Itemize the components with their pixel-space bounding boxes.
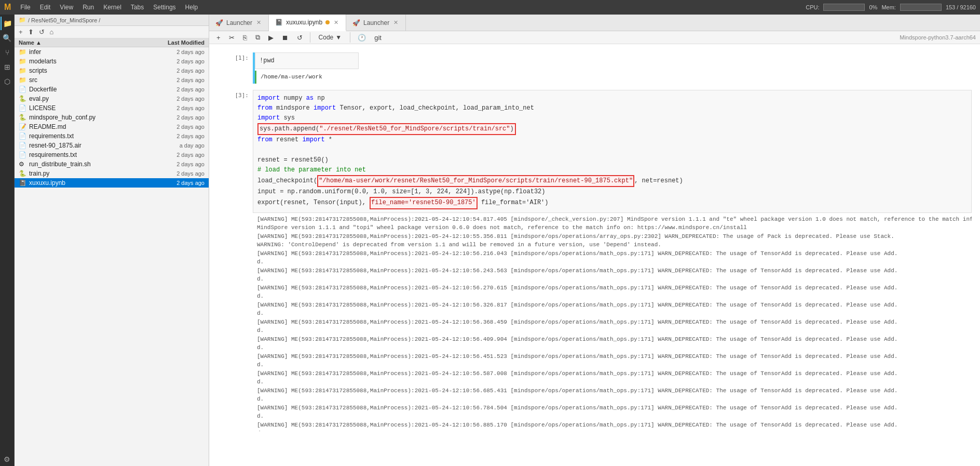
file-type-icon: 📝 bbox=[19, 123, 27, 130]
launcher-1-label: Launcher bbox=[226, 19, 252, 26]
folder-icon: 📁 bbox=[19, 17, 26, 23]
file-panel: 📁 / ResNet50_for_MindSpore / + ⬆ ↺ ⌂ Nam… bbox=[15, 15, 209, 466]
file-type-icon: 📄 bbox=[19, 86, 27, 93]
sidebar-icon-debug[interactable]: ⬡ bbox=[1, 75, 14, 88]
file-name: LICENSE bbox=[29, 104, 153, 112]
home-button[interactable]: ⌂ bbox=[48, 27, 56, 37]
file-item[interactable]: 📄 Dockerfile 2 days ago bbox=[15, 85, 209, 94]
file-modified: 2 days ago bbox=[153, 49, 205, 55]
new-folder-button[interactable]: + bbox=[17, 27, 25, 37]
cell-2-input[interactable]: import numpy as np from mindspore import… bbox=[253, 90, 972, 213]
file-item[interactable]: 📄 resnet-90_1875.air a day ago bbox=[15, 141, 209, 150]
col-modified-header: Last Modified bbox=[153, 39, 205, 46]
file-type-icon: 📁 bbox=[19, 58, 27, 65]
file-type-icon: 📁 bbox=[19, 48, 27, 56]
file-name: train.py bbox=[29, 170, 153, 177]
file-modified: 2 days ago bbox=[153, 96, 205, 102]
sidebar-icon-search[interactable]: 🔍 bbox=[1, 31, 14, 45]
cell-1-input[interactable]: !pwd bbox=[255, 52, 359, 69]
file-modified: 2 days ago bbox=[153, 114, 205, 121]
file-item[interactable]: 📄 resquirements.txt 2 days ago bbox=[15, 150, 209, 159]
tab-launcher-2-close[interactable]: ✕ bbox=[392, 19, 399, 26]
file-item[interactable]: 📄 requirements.txt 2 days ago bbox=[15, 131, 209, 141]
cell-2-gutter: [3]: bbox=[217, 90, 249, 431]
tab-launcher-2[interactable]: 🚀 Launcher ✕ bbox=[346, 15, 406, 31]
breadcrumb-path[interactable]: / ResNet50_for_MindSpore / bbox=[28, 17, 100, 23]
file-name: xuxuxu.ipynb bbox=[29, 179, 153, 187]
file-type-icon: 📄 bbox=[19, 104, 27, 112]
file-item[interactable]: ⚙ run_distribute_train.sh 2 days ago bbox=[15, 159, 209, 169]
resource-info: CPU: 0% Mem: 153 / 92160 bbox=[806, 4, 976, 11]
file-modified: a day ago bbox=[153, 142, 205, 149]
cell-2-index: [3]: bbox=[235, 92, 249, 99]
file-item[interactable]: 📝 README.md 2 days ago bbox=[15, 122, 209, 131]
sidebar-icon-extensions[interactable]: ⊞ bbox=[1, 60, 14, 74]
tab-notebook-close[interactable]: ✕ bbox=[333, 19, 339, 26]
file-modified: 2 days ago bbox=[153, 77, 205, 83]
file-item[interactable]: 📓 xuxuxu.ipynb 2 days ago bbox=[15, 178, 209, 188]
menu-view[interactable]: View bbox=[56, 3, 77, 12]
cell-type-dropdown[interactable]: Code ▼ bbox=[315, 33, 346, 42]
file-modified: 2 days ago bbox=[153, 161, 205, 167]
add-cell-button[interactable]: + bbox=[213, 33, 224, 43]
copy-button[interactable]: ⎘ bbox=[240, 33, 250, 43]
upload-button[interactable]: ⬆ bbox=[26, 27, 36, 37]
file-item[interactable]: 📁 scripts 2 days ago bbox=[15, 66, 209, 75]
kernel-info: Mindspore-python3.7-aarch64 bbox=[900, 34, 976, 41]
git-tb-button[interactable]: git bbox=[371, 33, 385, 43]
file-modified: 2 days ago bbox=[153, 133, 205, 139]
file-name: resnet-90_1875.air bbox=[29, 142, 153, 149]
sidebar-icon-git[interactable]: ⑂ bbox=[1, 46, 14, 59]
file-modified: 2 days ago bbox=[153, 170, 205, 177]
file-list: 📁 infer 2 days ago 📁 modelarts 2 days ag… bbox=[15, 47, 209, 466]
notebook-tab-label: xuxuxu.ipynb bbox=[286, 19, 322, 26]
notebook-area: 🚀 Launcher ✕ 📓 xuxuxu.ipynb ✕ 🚀 Launcher… bbox=[209, 15, 980, 466]
clock-button[interactable]: 🕐 bbox=[355, 33, 369, 43]
file-item[interactable]: 🐍 mindspore_hub_conf.py 2 days ago bbox=[15, 113, 209, 122]
restart-button[interactable]: ↺ bbox=[294, 33, 306, 43]
file-list-header: Name ▲ Last Modified bbox=[15, 38, 209, 47]
run-button[interactable]: ▶ bbox=[265, 33, 277, 43]
menu-run[interactable]: Run bbox=[78, 3, 98, 12]
cell-2: [3]: import numpy as np from mindspore i… bbox=[217, 90, 972, 431]
launcher-2-label: Launcher bbox=[363, 19, 389, 26]
toolbar-separator-2 bbox=[350, 32, 350, 43]
file-item[interactable]: 📄 LICENSE 2 days ago bbox=[15, 103, 209, 113]
cell-1-output: /home/ma-user/work bbox=[255, 71, 972, 84]
cell-1-index: [1]: bbox=[235, 55, 249, 61]
file-item[interactable]: 🐍 train.py 2 days ago bbox=[15, 169, 209, 178]
file-item[interactable]: 📁 modelarts 2 days ago bbox=[15, 57, 209, 66]
cell-1: [1]: !pwd /home/ma-user/work bbox=[217, 52, 972, 84]
menu-edit[interactable]: Edit bbox=[36, 3, 55, 12]
file-name: eval.py bbox=[29, 95, 153, 102]
stop-button[interactable]: ⏹ bbox=[279, 33, 292, 43]
menu-kernel[interactable]: Kernel bbox=[99, 3, 126, 12]
sidebar-icon-folder[interactable]: 📁 bbox=[1, 17, 14, 30]
file-name: requirements.txt bbox=[29, 132, 153, 140]
sidebar-icon-settings[interactable]: ⚙ bbox=[1, 452, 14, 466]
tab-launcher-1-close[interactable]: ✕ bbox=[255, 19, 262, 26]
menu-help[interactable]: Help bbox=[181, 3, 202, 12]
menu-settings[interactable]: Settings bbox=[149, 3, 180, 12]
file-type-icon: 📓 bbox=[19, 179, 27, 187]
file-item[interactable]: 📁 src 2 days ago bbox=[15, 75, 209, 85]
cut-button[interactable]: ✂ bbox=[226, 33, 238, 43]
file-item[interactable]: 🐍 eval.py 2 days ago bbox=[15, 94, 209, 103]
file-panel-toolbar: + ⬆ ↺ ⌂ bbox=[15, 26, 209, 38]
menu-bar: M File Edit View Run Kernel Tabs Setting… bbox=[0, 0, 980, 15]
file-type-icon: ⚙ bbox=[19, 161, 27, 168]
paste-button[interactable]: ⧉ bbox=[252, 32, 263, 43]
main-layout: 📁 🔍 ⑂ ⊞ ⬡ ⚙ 📁 / ResNet50_for_MindSpore /… bbox=[0, 15, 980, 466]
mem-label: Mem: bbox=[881, 4, 896, 10]
cell-2-warnings: [WARNING] ME(593:281473172855088,MainPro… bbox=[253, 213, 972, 431]
menu-file[interactable]: File bbox=[16, 3, 34, 12]
tab-launcher-1[interactable]: 🚀 Launcher ✕ bbox=[209, 15, 269, 31]
mem-bar bbox=[900, 4, 942, 11]
file-type-icon: 📁 bbox=[19, 76, 27, 84]
file-item[interactable]: 📁 infer 2 days ago bbox=[15, 47, 209, 57]
menu-tabs[interactable]: Tabs bbox=[127, 3, 148, 12]
refresh-button[interactable]: ↺ bbox=[37, 27, 47, 37]
file-modified: 2 days ago bbox=[153, 180, 205, 186]
tab-bar: 🚀 Launcher ✕ 📓 xuxuxu.ipynb ✕ 🚀 Launcher… bbox=[209, 15, 980, 31]
tab-notebook[interactable]: 📓 xuxuxu.ipynb ✕ bbox=[269, 15, 346, 31]
